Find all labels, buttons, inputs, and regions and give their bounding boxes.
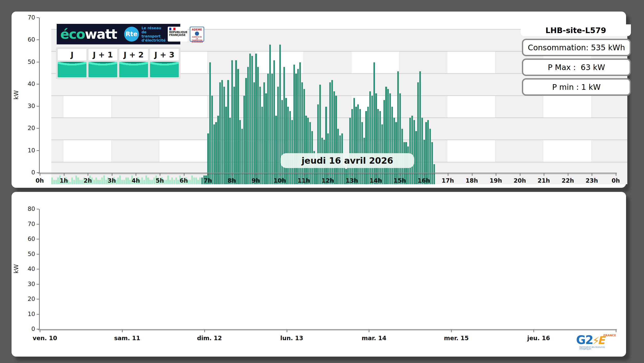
power-bar — [385, 87, 387, 184]
power-bar — [267, 74, 269, 184]
x-tick-label: 1h — [60, 177, 68, 184]
power-bar — [53, 180, 55, 184]
power-bar — [411, 116, 413, 184]
power-bar — [231, 60, 233, 184]
power-bar — [95, 178, 97, 184]
power-bar — [209, 62, 211, 184]
power-bar — [277, 87, 279, 184]
x-tick — [616, 330, 616, 332]
power-bar — [117, 178, 119, 184]
x-tick-label: mer. 15 — [444, 335, 469, 341]
power-bar — [263, 82, 265, 184]
site-title: LHB-site-L579 — [521, 24, 631, 36]
x-tick-label: 14h — [370, 177, 382, 184]
x-tick — [287, 330, 287, 332]
y-tick — [37, 284, 39, 284]
power-bar — [169, 180, 171, 184]
power-bar — [165, 180, 167, 184]
day-button-j2-label: J + 2 — [119, 49, 148, 60]
ecowatt-banner: écowatt Rte Le réseau de transport d'éle… — [57, 24, 180, 44]
day-button-j[interactable]: J — [58, 49, 86, 77]
power-bar — [177, 180, 179, 184]
power-bar — [97, 180, 99, 184]
power-bar — [119, 175, 121, 184]
power-bar — [273, 60, 275, 184]
x-tick-label: 6h — [180, 177, 188, 184]
x-axis — [38, 329, 617, 330]
power-bar — [105, 180, 107, 184]
background-cell — [159, 140, 207, 162]
power-bar — [285, 98, 287, 184]
x-tick — [568, 173, 568, 176]
y-tick-label: 20 — [28, 296, 35, 302]
ecowatt-logo: écowatt — [60, 27, 117, 41]
background-cell — [63, 140, 111, 162]
x-tick — [160, 173, 160, 176]
x-tick-label: 18h — [465, 177, 478, 184]
power-bar — [79, 180, 81, 184]
power-bar — [257, 67, 259, 184]
y-axis-unit: kW — [13, 90, 19, 100]
background-cell — [543, 140, 591, 162]
y-tick — [37, 269, 39, 269]
power-bar — [129, 180, 131, 184]
y-axis — [39, 18, 40, 173]
power-bar — [419, 71, 421, 184]
day-button-j1[interactable]: J + 1 — [88, 49, 117, 77]
power-bar — [219, 82, 221, 184]
y-tick — [37, 84, 39, 84]
y-tick — [37, 172, 39, 173]
power-bar — [57, 178, 59, 184]
y-tick — [37, 17, 39, 18]
power-bar — [55, 180, 57, 184]
power-bar — [399, 93, 401, 184]
power-bar — [127, 178, 129, 184]
y-tick — [37, 62, 39, 62]
x-tick — [256, 173, 256, 176]
ecowatt-logo-watt: watt — [85, 26, 117, 42]
power-bar — [143, 180, 145, 184]
y-tick-label: 60 — [28, 36, 35, 43]
power-bar — [99, 180, 101, 184]
x-tick-label: 3h — [108, 177, 116, 184]
x-tick-label: 19h — [490, 177, 502, 184]
power-bar — [271, 74, 273, 184]
day-button-j2[interactable]: J + 2 — [119, 49, 148, 77]
power-bar — [235, 60, 237, 184]
y-tick-label: 10 — [28, 147, 35, 154]
ademe-logo: ADEME AGENCE DE LA TRANSITION ÉCOLOGIQUE — [190, 27, 204, 42]
daily-chart-panel: écowatt Rte Le réseau de transport d'éle… — [12, 12, 626, 188]
power-bar — [71, 178, 73, 184]
y-tick — [37, 150, 39, 151]
date-label: jeudi 16 avril 2026 — [281, 153, 414, 168]
y-tick-label: 80 — [28, 205, 35, 212]
y-tick — [37, 254, 39, 254]
x-tick — [472, 173, 472, 176]
power-bar — [415, 131, 417, 184]
y-tick-label: 70 — [28, 14, 35, 21]
y-tick-label: 20 — [28, 125, 35, 131]
power-bar — [255, 54, 257, 184]
power-bar — [167, 175, 169, 184]
y-tick-label: 0 — [31, 326, 35, 332]
power-bar — [429, 129, 431, 184]
republique-label: RÉPUBLIQUE FRANÇAISE — [169, 31, 186, 36]
rte-tagline: Le réseau de transport d'électricité — [142, 26, 166, 42]
x-tick — [136, 173, 136, 176]
power-bar — [81, 180, 83, 184]
power-bar — [103, 175, 105, 184]
x-tick-label: 22h — [562, 177, 574, 184]
power-bar — [331, 80, 333, 184]
power-bar — [77, 178, 79, 184]
background-cell — [447, 96, 495, 118]
power-bar — [369, 91, 371, 184]
x-axis — [38, 173, 617, 173]
day-button-j3[interactable]: J + 3 — [150, 49, 179, 77]
y-tick-label: 50 — [28, 251, 35, 257]
x-tick — [64, 173, 64, 176]
x-tick — [544, 173, 544, 176]
power-bar — [251, 56, 253, 184]
power-bar — [233, 87, 235, 184]
background-cell — [159, 96, 207, 118]
y-tick-label: 40 — [28, 266, 35, 272]
